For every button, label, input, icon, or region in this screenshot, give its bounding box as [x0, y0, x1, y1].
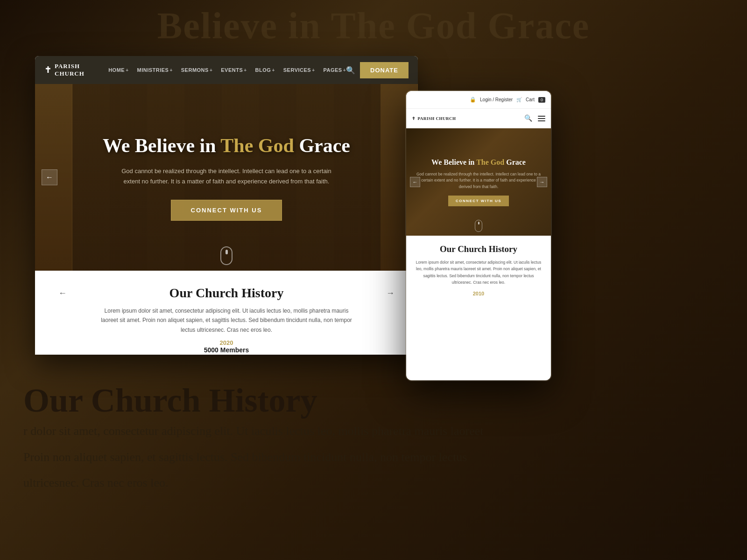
mobile-device: 🔒 Login / Register 🛒 Cart 0 ✝ PARISH CHU… [406, 91, 551, 380]
browser-window: ✝ PARISH CHURCH HOME+ MINISTRIES+ SERMON… [35, 56, 418, 355]
nav-right-controls: 🔍 DONATE [346, 62, 409, 78]
mobile-nav-icons: 🔍 [524, 114, 545, 122]
mobile-scroll-dot [478, 222, 479, 224]
nav-home[interactable]: HOME+ [108, 67, 128, 73]
mobile-hero-arrows: ← → [406, 177, 551, 187]
mobile-hero-prev-button[interactable]: ← [410, 177, 420, 187]
mobile-hero-title: We Believe in The God Grace [415, 158, 543, 168]
bg-body-text: r dolor sit amet, consectetur adipiscing… [23, 421, 724, 499]
mobile-hero-accent: The God [476, 158, 504, 166]
mobile-scroll-indicator [475, 220, 482, 232]
church-history-section: ← → Our Church History Lorem ipsum dolor… [35, 271, 418, 355]
nav-menu: HOME+ MINISTRIES+ SERMONS+ EVENTS+ BLOG+… [108, 67, 346, 73]
hero-title-accent: The God [220, 135, 294, 156]
mobile-hero-title-part1: We Believe in [431, 158, 476, 166]
mobile-hamburger-menu[interactable] [538, 116, 545, 121]
mobile-history-section: Our Church History Lorem ipsum dolor sit… [406, 236, 551, 305]
cross-icon: ✝ [44, 65, 52, 75]
scroll-indicator [220, 246, 233, 265]
church-history-year: 2020 [58, 339, 395, 346]
church-history-body: Lorem ipsum dolor sit amet, consectetur … [96, 306, 357, 335]
mobile-cart-label[interactable]: Cart [526, 97, 535, 102]
mobile-top-bar: 🔒 Login / Register 🛒 Cart 0 [406, 91, 551, 109]
navigation-bar: ✝ PARISH CHURCH HOME+ MINISTRIES+ SERMON… [35, 56, 418, 84]
scroll-dot [226, 250, 228, 254]
mobile-logo[interactable]: ✝ PARISH CHURCH [412, 116, 456, 121]
connect-with-us-button[interactable]: CONNECT WITH US [171, 200, 282, 221]
site-logo[interactable]: ✝ PARISH CHURCH [44, 63, 108, 77]
hero-content: We Believe in The God Grace God cannot b… [75, 134, 378, 221]
hero-prev-button[interactable]: ← [42, 169, 57, 185]
mobile-history-title: Our Church History [413, 244, 544, 254]
mobile-connect-button[interactable]: CONNECT WITH US [448, 196, 509, 206]
history-prev-button[interactable]: ← [58, 288, 67, 298]
mobile-hero-title-part2: Grace [504, 158, 526, 166]
nav-services[interactable]: SERVICES+ [283, 67, 315, 73]
history-next-button[interactable]: → [386, 288, 395, 298]
mobile-history-year: 2010 [413, 291, 544, 296]
mobile-cart-icon: 🛒 [516, 97, 522, 102]
history-navigation: ← → [58, 288, 395, 298]
nav-sermons[interactable]: SERMONS+ [181, 67, 212, 73]
mobile-search-icon[interactable]: 🔍 [524, 114, 532, 122]
hero-section: ← We Believe in The God Grace God cannot… [35, 84, 418, 271]
logo-text: PARISH CHURCH [55, 63, 108, 77]
hero-title-part1: We Believe in [103, 135, 220, 156]
lock-icon: 🔒 [470, 97, 476, 103]
mobile-login-label[interactable]: Login / Register [480, 97, 513, 102]
nav-blog[interactable]: BLOG+ [255, 67, 275, 73]
mobile-navigation: ✝ PARISH CHURCH 🔍 [406, 109, 551, 128]
nav-events[interactable]: EVENTS+ [221, 67, 247, 73]
mobile-hero-section: ← → We Believe in The God Grace God cann… [406, 128, 551, 236]
hero-title: We Believe in The God Grace [103, 134, 350, 157]
mobile-hero-next-button[interactable]: → [537, 177, 547, 187]
mobile-history-body: Lorem ipsum dolor sit amet, consectetur … [413, 259, 544, 286]
hero-subtitle: God cannot be realized through the intel… [114, 166, 338, 187]
bg-history-title: Our Church History [23, 381, 317, 420]
mobile-cart-count: 0 [538, 97, 545, 103]
donate-button[interactable]: DONATE [360, 62, 409, 78]
nav-ministries[interactable]: MINISTRIES+ [137, 67, 172, 73]
mobile-logo-text: PARISH CHURCH [418, 116, 456, 121]
church-history-members: 5000 Members [58, 346, 395, 354]
mobile-cross-icon: ✝ [412, 116, 416, 121]
hero-title-part2: Grace [294, 135, 350, 156]
nav-pages[interactable]: PAGES+ [324, 67, 346, 73]
search-icon[interactable]: 🔍 [346, 66, 355, 75]
